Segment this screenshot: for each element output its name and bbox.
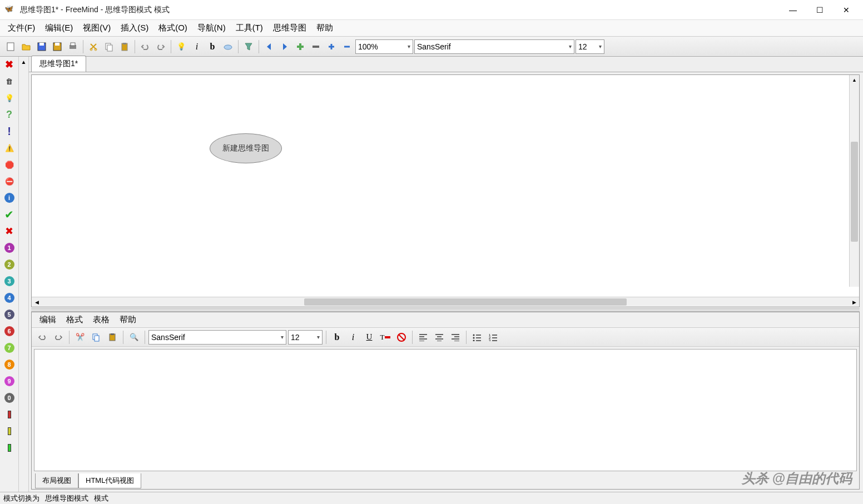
menu-mindmap[interactable]: 思维导图 [269,21,311,36]
flag-green-icon[interactable] [3,441,16,455]
paste-button[interactable] [117,39,132,54]
bulb-icon[interactable]: 💡 [3,91,16,104]
cut-button[interactable] [86,39,101,54]
priority-4-icon[interactable]: 4 [3,291,16,305]
font-combo[interactable]: SansSerif▾ [414,39,574,54]
scroll-left-icon[interactable]: ◀ [32,297,42,307]
editor-tab-html[interactable]: HTML代码视图 [78,473,141,488]
menu-tools[interactable]: 工具(T) [231,21,267,36]
remove-node-button[interactable] [309,39,323,54]
priority-8-icon[interactable]: 8 [3,358,16,371]
warning-icon[interactable]: ⚠️ [3,141,16,154]
important-icon[interactable]: ! [3,124,16,138]
priority-6-icon[interactable]: 6 [3,325,16,338]
scroll-right-icon[interactable]: ▶ [849,297,859,307]
mindmap-canvas[interactable]: 新建思维导图 ▲ [32,75,859,297]
print-button[interactable] [66,39,80,54]
vertical-scrollbar[interactable]: ▲ [849,75,859,287]
align-left-button[interactable] [416,330,430,345]
menu-file[interactable]: 文件(F) [3,21,39,36]
flag-yellow-icon[interactable] [3,425,16,438]
fontsize-combo[interactable]: 12▾ [576,39,604,54]
editor-bold-button[interactable]: b [330,330,344,345]
editor-cut-button[interactable]: ✂️ [73,330,87,345]
editor-paste-button[interactable] [105,330,120,345]
trash-icon[interactable]: 🗑 [3,74,16,88]
align-center-button[interactable] [432,330,447,345]
separator [412,331,413,344]
editor-menu-edit[interactable]: 编辑 [35,312,61,327]
editor-tab-layout[interactable]: 布局视图 [35,473,78,488]
open-button[interactable] [19,39,33,54]
priority-1-icon[interactable]: 1 [3,241,16,255]
editor-redo-button[interactable] [51,330,66,345]
horizontal-scrollbar[interactable]: ◀ ▶ [32,297,859,307]
remove-icon[interactable]: ✖ [3,58,16,71]
priority-9-icon[interactable]: 9 [3,375,16,388]
ok-icon[interactable]: ✔ [3,208,16,221]
menu-edit[interactable]: 编辑(E) [41,21,77,36]
redo-button[interactable] [153,39,168,54]
editor-menu-help[interactable]: 帮助 [115,312,141,327]
nav-back-button[interactable] [262,39,276,54]
root-node-label[interactable]: 新建思维导图 [210,133,282,163]
minimize-button[interactable]: — [787,4,798,16]
nav-forward-button[interactable] [277,39,292,54]
undo-button[interactable] [138,39,152,54]
help-icon[interactable]: ? [3,108,16,121]
not-ok-icon[interactable]: ✖ [3,224,16,238]
app-icon: 🦋 [4,4,16,16]
zoom-out-button[interactable] [340,39,354,54]
filter-button[interactable] [241,39,256,54]
editor-fontsize-combo[interactable]: 12▾ [288,330,323,345]
bullet-list-button[interactable] [470,330,484,345]
zoom-in-button[interactable] [324,39,339,54]
editor-clear-format-button[interactable] [394,330,409,345]
editor-menu-format[interactable]: 格式 [62,312,87,327]
editor-undo-button[interactable] [35,330,49,345]
info-icon[interactable]: i [3,191,16,204]
editor-menu-table[interactable]: 表格 [88,312,114,327]
cloud-button[interactable] [221,39,235,54]
save-button[interactable] [34,39,49,54]
priority-0-icon[interactable]: 0 [3,391,16,405]
priority-5-icon[interactable]: 5 [3,308,16,321]
copy-button[interactable] [102,39,116,54]
add-node-button[interactable] [293,39,307,54]
new-button[interactable] [3,39,18,54]
editor-copy-button[interactable] [89,330,103,345]
bold-button[interactable]: b [205,39,220,54]
editor-textarea[interactable] [34,349,857,471]
priority-3-icon[interactable]: 3 [3,275,16,288]
window-controls: — ☐ ✕ [787,4,859,16]
menu-help[interactable]: 帮助 [312,21,338,36]
no-entry-icon[interactable]: ⛔ [3,174,16,188]
priority-7-icon[interactable]: 7 [3,341,16,355]
number-list-button[interactable]: 123 [486,330,500,345]
scroll-thumb[interactable] [851,142,858,242]
menu-format[interactable]: 格式(O) [154,21,192,36]
idea-button[interactable]: 💡 [174,39,189,54]
scroll-thumb[interactable] [304,298,627,306]
menu-navigate[interactable]: 导航(N) [193,21,230,36]
close-button[interactable]: ✕ [841,4,852,16]
maximize-button[interactable]: ☐ [814,4,825,16]
italic-button[interactable]: i [190,39,204,54]
editor-color-button[interactable]: T [378,330,393,345]
flag-red-icon[interactable] [3,408,16,421]
menu-insert[interactable]: 插入(S) [116,21,153,36]
editor-find-button[interactable]: 🔍 [127,330,141,345]
editor-underline-button[interactable]: U [362,330,376,345]
priority-2-icon[interactable]: 2 [3,258,16,271]
editor-font-combo[interactable]: SansSerif▾ [148,330,286,345]
editor-italic-button[interactable]: i [346,330,360,345]
root-node[interactable]: 新建思维导图 [210,133,282,163]
menu-view[interactable]: 视图(V) [78,21,115,36]
map-tab[interactable]: 思维导图1* [31,56,86,72]
collapse-handle[interactable]: ▲ [19,57,29,492]
zoom-combo[interactable]: 100%▾ [355,39,413,54]
align-right-button[interactable] [448,330,463,345]
saveas-button[interactable] [50,39,65,54]
scroll-up-icon[interactable]: ▲ [850,75,859,85]
stop-icon[interactable]: 🛑 [3,158,16,171]
